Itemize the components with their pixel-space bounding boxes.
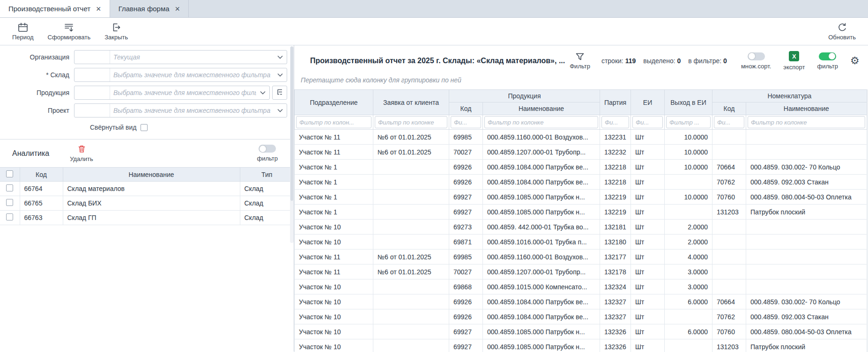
column-filter-input[interactable]: [296, 116, 371, 128]
analytics-row[interactable]: 66765Склад БИХСклад: [0, 196, 294, 211]
table-row[interactable]: Участок № 1069927000.4859.1085.000 Патру…: [295, 339, 867, 352]
group-by-drop-zone[interactable]: Перетащите сюда колонку для группировки …: [294, 73, 868, 89]
collapsed-view-checkbox[interactable]: [141, 124, 148, 131]
toggle-off[interactable]: [748, 52, 765, 60]
table-row[interactable]: Участок № 11№6 от 01.01.202569985000.485…: [295, 130, 867, 145]
column-filter-input[interactable]: [632, 116, 663, 128]
project-field[interactable]: Выбрать значение для множественного филь…: [74, 103, 287, 117]
products-field[interactable]: Выбрать значение для множественного филь…: [74, 86, 270, 100]
report-title: Производственный отчет за 2025 г. Склады…: [310, 57, 565, 65]
tab-label: Главная форма: [119, 5, 170, 13]
tab-label: Производственный отчет: [8, 5, 90, 13]
column-header-unit[interactable]: ЕИ: [631, 90, 665, 115]
row-checkbox[interactable]: [6, 213, 13, 220]
table-row[interactable]: Участок № 169927000.4859.1085.000 Патруб…: [295, 190, 867, 205]
cell: 132327: [600, 309, 631, 324]
close-icon[interactable]: ×: [175, 5, 180, 13]
filter-button[interactable]: Фильтр: [570, 52, 590, 70]
cell: 132327: [600, 294, 631, 309]
tab-production-report[interactable]: Производственный отчет ×: [0, 0, 110, 17]
column-header-output[interactable]: Выход в ЕИ: [665, 90, 712, 115]
cell: 000.4859.1207.000-01 Трубопр...: [483, 264, 600, 279]
generate-button[interactable]: Сформировать: [48, 22, 91, 41]
report-filter-row: [295, 115, 867, 130]
cell: Участок № 10: [295, 220, 373, 235]
tab-main-form[interactable]: Главная форма ×: [110, 0, 189, 17]
column-header-code[interactable]: Код: [20, 168, 63, 182]
table-row[interactable]: Участок № 11№6 от 01.01.202570027000.485…: [295, 264, 867, 279]
row-checkbox[interactable]: [6, 184, 13, 191]
table-row[interactable]: Участок № 169926000.4859.1084.000 Патруб…: [295, 160, 867, 175]
chevron-down-icon[interactable]: [256, 91, 269, 95]
column-filter-input[interactable]: [714, 116, 744, 128]
cell: Шт: [631, 160, 665, 175]
toggle-on[interactable]: [819, 52, 836, 60]
analytics-row[interactable]: 66764Склад материаловСклад: [0, 182, 294, 196]
column-header-division[interactable]: Подразделение: [295, 90, 373, 115]
column-header-product-name[interactable]: Наименование: [483, 103, 600, 115]
cell: 69985: [449, 130, 483, 145]
toggle-off[interactable]: [259, 145, 276, 153]
rows-stat: строки: 119: [601, 57, 636, 65]
cell: 70027: [449, 264, 483, 279]
cell: 69273: [449, 220, 483, 235]
chevron-down-icon[interactable]: [274, 55, 287, 59]
column-filter-input[interactable]: [666, 116, 711, 128]
analytics-row[interactable]: 66763Склад ГПСклад: [0, 211, 294, 225]
cell: 000.4859. 030.002- 70 Кольцо: [746, 160, 867, 175]
column-filter-input[interactable]: [375, 116, 447, 128]
table-row[interactable]: Участок № 1069273000.4859. 442.000-01 Тр…: [295, 220, 867, 235]
column-header-type[interactable]: Тип: [240, 168, 294, 182]
cell: 69927: [449, 339, 483, 352]
export-button[interactable]: X экспорт: [783, 51, 805, 71]
chevron-down-icon[interactable]: [274, 109, 287, 112]
project-label: Проект: [0, 107, 74, 114]
column-header-name[interactable]: Наименование: [63, 168, 240, 182]
scrollbar-thumb[interactable]: [290, 46, 293, 201]
table-row[interactable]: Участок № 1069927000.4859.1085.000 Патру…: [295, 324, 867, 339]
close-icon[interactable]: ×: [96, 5, 101, 13]
refresh-button[interactable]: Обновить: [828, 22, 856, 41]
multisort-toggle[interactable]: множ.сорт.: [741, 52, 771, 70]
cell: Участок № 10: [295, 324, 373, 339]
cell: 2.0000: [665, 235, 712, 249]
select-all-checkbox[interactable]: [6, 170, 13, 177]
table-row[interactable]: Участок № 1069926000.4859.1084.000 Патру…: [295, 294, 867, 309]
table-row[interactable]: Участок № 1069926000.4859.1084.000 Патру…: [295, 309, 867, 324]
cell: Шт: [631, 294, 665, 309]
column-header-batch[interactable]: Партия: [600, 90, 631, 115]
gear-icon[interactable]: ⚙: [850, 56, 860, 66]
period-button[interactable]: Период: [12, 22, 34, 41]
column-filter-input[interactable]: [451, 116, 481, 128]
close-form-button[interactable]: Закрыть: [104, 22, 128, 41]
cell: [373, 294, 449, 309]
delete-button[interactable]: Удалить: [70, 145, 93, 162]
cell: 132219: [600, 205, 631, 220]
cell: 131203: [712, 339, 746, 352]
column-filter-input[interactable]: [601, 116, 629, 128]
row-checkbox[interactable]: [6, 199, 13, 206]
left-scrollbar[interactable]: [290, 46, 294, 243]
organization-field[interactable]: Текущая: [74, 50, 287, 64]
warehouse-field[interactable]: Выбрать значение для множественного филь…: [74, 68, 287, 82]
analytics-filter-toggle[interactable]: фильтр: [257, 145, 278, 162]
cell: [746, 145, 867, 160]
cell: 000.4859.1085.000 Патрубок н...: [483, 324, 600, 339]
column-filter-input[interactable]: [484, 116, 598, 128]
table-row[interactable]: Участок № 1069871000.4859.1016.000-01 Тр…: [295, 235, 867, 249]
table-row[interactable]: Участок № 11№6 от 01.01.202570027000.485…: [295, 145, 867, 160]
column-header-client-order[interactable]: Заявка от клиента: [373, 90, 449, 115]
table-row[interactable]: Участок № 1069868000.4859.1015.000 Компе…: [295, 279, 867, 294]
table-row[interactable]: Участок № 169927000.4859.1085.000 Патруб…: [295, 205, 867, 220]
tree-select-button[interactable]: [272, 86, 287, 100]
table-row[interactable]: Участок № 11№6 от 01.01.202569985000.485…: [295, 249, 867, 264]
cell: 000.4859.1084.000 Патрубок ве...: [483, 175, 600, 190]
column-header-nomenclature-code[interactable]: Код: [712, 103, 746, 115]
column-header-product-code[interactable]: Код: [449, 103, 483, 115]
column-header-nomenclature-name[interactable]: Наименование: [746, 103, 867, 115]
column-filter-input[interactable]: [748, 116, 865, 128]
chevron-down-icon[interactable]: [274, 73, 287, 77]
table-row[interactable]: Участок № 169926000.4859.1084.000 Патруб…: [295, 175, 867, 190]
export-label: экспорт: [783, 64, 805, 71]
report-filter-toggle[interactable]: фильтр: [817, 52, 838, 70]
